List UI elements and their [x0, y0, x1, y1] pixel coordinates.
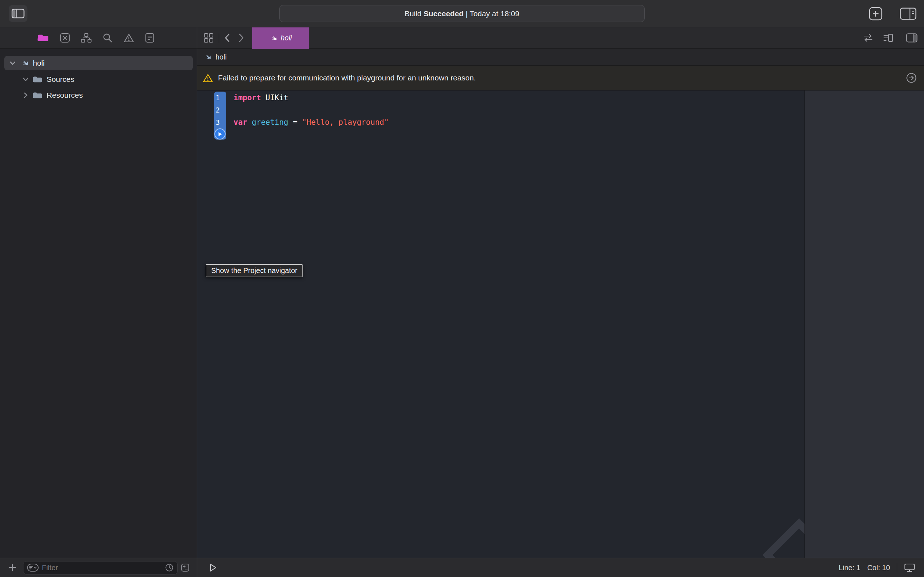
toolbar: Build Succeeded | Today at 18:09 — [0, 0, 924, 27]
search-icon — [102, 33, 113, 43]
breadcrumb: holi — [215, 53, 227, 61]
banner-detail-button[interactable] — [906, 73, 917, 83]
navigator-item-sources[interactable]: Sources — [4, 72, 193, 87]
navigator-tab-bar — [0, 27, 197, 49]
project-navigator-tab[interactable] — [37, 34, 49, 42]
folder-icon — [32, 92, 43, 99]
filter-funnel-icon — [27, 564, 39, 572]
chevron-down-icon[interactable] — [22, 76, 29, 83]
navigator-filter-bar — [0, 558, 197, 577]
chevron-down-icon[interactable] — [9, 60, 16, 67]
plus-minus-box-icon — [181, 563, 189, 572]
hierarchy-icon — [81, 33, 92, 43]
circle-arrow-right-icon — [906, 73, 917, 83]
folder-icon — [32, 76, 43, 83]
warning-icon — [203, 74, 213, 82]
sidebar-divider[interactable] — [197, 27, 197, 577]
editor-layout-icon — [900, 8, 916, 20]
line-number: 3 — [197, 116, 224, 128]
navigator-item-label: Sources — [47, 75, 74, 84]
inspector-panel-button[interactable] — [906, 33, 918, 43]
swift-icon — [269, 34, 277, 42]
list-box-icon — [883, 33, 894, 43]
x-square-icon — [60, 33, 70, 43]
related-items-button[interactable] — [863, 33, 874, 43]
code-text: import UIKit — [224, 92, 288, 104]
chevron-right-icon[interactable] — [22, 92, 29, 99]
display-icon — [904, 563, 915, 572]
add-file-button[interactable] — [8, 563, 17, 572]
navigator-item-holi[interactable]: holi — [4, 56, 193, 70]
plus-icon — [8, 563, 17, 572]
editor-options-button[interactable] — [883, 33, 894, 43]
tab-overview-button[interactable] — [204, 33, 214, 43]
chevron-right-icon — [237, 33, 245, 43]
code-text: var greeting = "Hello, playground" — [224, 116, 389, 128]
navigate-back-button[interactable] — [224, 33, 231, 43]
swift-icon — [19, 58, 29, 68]
build-status-result: Succeeded — [424, 10, 464, 18]
code-line[interactable]: 1 import UIKit — [197, 92, 804, 104]
build-status-time: | Today at 18:09 — [464, 10, 519, 18]
navigator-item-label: holi — [33, 59, 45, 68]
line-number: 2 — [197, 104, 224, 116]
project-navigator: holi Sources Resources — [0, 49, 197, 558]
code-lines: 1 import UIKit 2 3 var greeting = "Hello… — [197, 92, 804, 128]
line-number: 1 — [197, 92, 224, 104]
filter-input[interactable] — [42, 564, 162, 572]
build-status-prefix: Build — [405, 10, 424, 18]
code-line[interactable]: 2 — [197, 104, 804, 116]
filter-field[interactable] — [23, 561, 178, 574]
navigate-forward-button[interactable] — [237, 33, 245, 43]
editor-tab-bar: holi — [197, 27, 924, 49]
toggle-sidebar-button[interactable] — [9, 5, 27, 22]
separator — [902, 34, 902, 43]
tooltip: Show the Project navigator — [206, 264, 303, 277]
xcode-window: Build Succeeded | Today at 18:09 — [0, 0, 924, 577]
inspector-panel-icon — [906, 33, 918, 43]
editor-bottom-bar: Line: 1 Col: 10 — [197, 558, 924, 577]
symbol-navigator-tab[interactable] — [81, 33, 92, 43]
build-status-pill[interactable]: Build Succeeded | Today at 18:09 — [279, 5, 645, 22]
navigator-item-resources[interactable]: Resources — [4, 88, 193, 102]
live-view-button[interactable] — [904, 563, 915, 572]
run-play-button[interactable] — [215, 128, 226, 140]
editor-layout-button[interactable] — [897, 6, 919, 21]
warning-triangle-icon — [123, 33, 134, 43]
code-line[interactable]: 3 var greeting = "Hello, playground" — [197, 116, 804, 128]
play-icon — [218, 132, 222, 137]
cursor-line-indicator: Line: 1 — [839, 564, 861, 572]
tab-holi[interactable]: holi — [252, 27, 309, 49]
results-sidebar — [804, 90, 924, 558]
navigator-item-label: Resources — [47, 91, 82, 100]
warning-banner: Failed to prepare for communication with… — [197, 66, 924, 90]
separator — [219, 34, 219, 43]
execute-playground-button[interactable] — [208, 562, 218, 573]
separator — [897, 563, 897, 572]
plus-square-icon — [869, 7, 882, 21]
tooltip-text: Show the Project navigator — [211, 266, 297, 275]
x-square-navigator-tab[interactable] — [60, 33, 70, 43]
issue-navigator-tab[interactable] — [123, 33, 134, 43]
swap-arrows-icon — [863, 33, 874, 43]
find-navigator-tab[interactable] — [102, 33, 113, 43]
scm-filter-button[interactable] — [181, 563, 189, 572]
folder-icon — [37, 34, 49, 42]
tab-label: holi — [281, 34, 292, 42]
grid-icon — [204, 33, 214, 43]
play-outline-icon — [208, 562, 218, 573]
jump-bar[interactable]: holi — [197, 49, 924, 66]
chevron-left-icon — [224, 33, 231, 43]
add-editor-button[interactable] — [866, 6, 885, 21]
sidebar-toggle-icon — [11, 9, 24, 18]
watermark — [762, 518, 804, 558]
cursor-col-indicator: Col: 10 — [867, 564, 890, 572]
report-navigator-tab[interactable] — [145, 33, 155, 43]
warning-message: Failed to prepare for communication with… — [218, 74, 476, 82]
clock-icon[interactable] — [165, 563, 174, 572]
report-list-icon — [145, 33, 155, 43]
swift-icon — [204, 53, 212, 61]
code-editor[interactable]: 1 import UIKit 2 3 var greeting = "Hello… — [197, 90, 804, 558]
